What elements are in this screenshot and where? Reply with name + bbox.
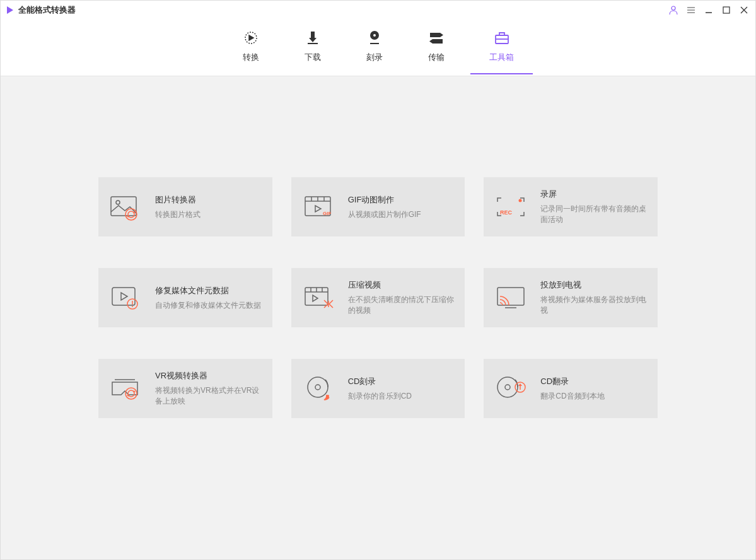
tool-text: VR视频转换器 将视频转换为VR格式并在VR设备上放映 <box>155 370 264 407</box>
tool-cd-rip[interactable]: CD翻录 翻录CD音频到本地 <box>484 359 658 418</box>
svg-rect-35 <box>112 288 135 305</box>
cd-rip-icon <box>492 373 529 404</box>
tool-text: CD翻录 翻录CD音频到本地 <box>540 376 604 402</box>
svg-marker-10 <box>309 38 317 42</box>
screen-record-icon: REC <box>492 192 529 222</box>
tool-text: 图片转换器 转换图片格式 <box>155 194 201 220</box>
tool-gif-maker[interactable]: GIF GIF动图制作 从视频或图片制作GIF <box>291 177 465 236</box>
titlebar: 全能格式转换器 <box>1 1 755 20</box>
cast-tv-icon <box>492 283 529 313</box>
tools-grid: 图片转换器 转换图片格式 GIF <box>98 177 658 418</box>
tool-desc: 在不损失清晰度的情况下压缩你的视频 <box>348 295 457 316</box>
svg-text:GIF: GIF <box>323 211 331 216</box>
svg-rect-17 <box>433 39 443 44</box>
image-converter-icon <box>107 192 144 222</box>
tool-desc: 记录同一时间所有带有音频的桌面活动 <box>540 204 649 225</box>
tool-desc: 将视频作为媒体服务器投放到电视 <box>540 295 649 316</box>
app-title: 全能格式转换器 <box>18 4 76 16</box>
tool-title: 修复媒体文件元数据 <box>155 285 261 296</box>
svg-rect-21 <box>111 197 136 216</box>
toolbox-icon <box>493 29 511 47</box>
tool-title: CD翻录 <box>540 376 604 387</box>
tool-desc: 转换图片格式 <box>155 209 201 220</box>
tab-transfer[interactable]: 传输 <box>427 29 445 74</box>
tool-text: 录屏 记录同一时间所有带有音频的桌面活动 <box>540 189 649 225</box>
tab-download[interactable]: 下载 <box>304 29 322 74</box>
app-window: 全能格式转换器 <box>0 0 756 560</box>
svg-point-56 <box>497 377 518 397</box>
tool-title: 投放到电视 <box>540 279 649 291</box>
nav-tabs: 转换 下载 刻录 <box>1 20 755 76</box>
tab-label: 转换 <box>243 52 259 63</box>
tab-toolbox[interactable]: 工具箱 <box>489 29 514 74</box>
cd-burn-icon <box>300 373 337 404</box>
svg-point-57 <box>505 385 510 390</box>
svg-point-33 <box>519 199 522 202</box>
tool-text: GIF动图制作 从视频或图片制作GIF <box>348 194 421 220</box>
svg-point-13 <box>373 34 376 37</box>
tool-title: 录屏 <box>540 189 649 200</box>
tab-label: 传输 <box>428 52 445 63</box>
maximize-button[interactable] <box>721 5 731 15</box>
svg-rect-11 <box>308 43 318 44</box>
svg-point-55 <box>327 395 329 397</box>
svg-text:REC: REC <box>500 209 513 216</box>
burn-icon <box>366 29 383 47</box>
svg-point-22 <box>116 201 120 204</box>
tool-screen-record[interactable]: REC 录屏 记录同一时间所有带有音频的桌面活动 <box>484 177 658 236</box>
tab-convert[interactable]: 转换 <box>242 29 260 74</box>
svg-marker-31 <box>315 206 321 212</box>
svg-rect-15 <box>430 33 440 37</box>
tool-desc: 从视频或图片制作GIF <box>348 209 421 220</box>
tool-text: 压缩视频 在不损失清晰度的情况下压缩你的视频 <box>348 279 457 316</box>
tool-title: CD刻录 <box>348 376 412 387</box>
fix-metadata-icon <box>107 283 144 313</box>
tool-fix-metadata[interactable]: 修复媒体文件元数据 自动修复和修改媒体文件元数据 <box>98 268 272 327</box>
tool-image-converter[interactable]: 图片转换器 转换图片格式 <box>98 177 272 236</box>
tool-text: CD刻录 刻录你的音乐到CD <box>348 376 412 402</box>
titlebar-right <box>668 5 749 15</box>
tool-desc: 翻录CD音频到本地 <box>540 391 604 402</box>
tool-text: 投放到电视 将视频作为媒体服务器投放到电视 <box>540 279 649 316</box>
gif-maker-icon: GIF <box>300 192 337 222</box>
app-logo-icon <box>7 6 13 14</box>
download-icon <box>304 29 322 47</box>
tool-text: 修复媒体文件元数据 自动修复和修改媒体文件元数据 <box>155 285 261 311</box>
tool-vr-converter[interactable]: VR视频转换器 将视频转换为VR格式并在VR设备上放映 <box>98 359 272 418</box>
svg-marker-36 <box>121 293 127 300</box>
tool-cd-burn[interactable]: CD刻录 刻录你的音乐到CD <box>291 359 465 418</box>
titlebar-left: 全能格式转换器 <box>7 4 668 16</box>
content-area: 图片转换器 转换图片格式 GIF <box>1 76 755 559</box>
svg-marker-18 <box>429 39 433 44</box>
tool-cast-tv[interactable]: 投放到电视 将视频作为媒体服务器投放到电视 <box>484 268 658 327</box>
tool-title: VR视频转换器 <box>155 370 264 382</box>
tool-title: GIF动图制作 <box>348 194 421 206</box>
svg-rect-9 <box>311 32 315 38</box>
svg-rect-5 <box>723 7 730 13</box>
tab-label: 刻录 <box>366 52 383 63</box>
tool-title: 图片转换器 <box>155 194 201 206</box>
user-icon[interactable] <box>668 5 678 15</box>
tool-title: 压缩视频 <box>348 279 457 291</box>
tool-desc: 将视频转换为VR格式并在VR设备上放映 <box>155 385 264 407</box>
close-button[interactable] <box>739 5 749 15</box>
svg-rect-14 <box>370 43 379 44</box>
minimize-button[interactable] <box>704 5 714 15</box>
svg-point-53 <box>308 377 328 397</box>
svg-point-54 <box>315 385 320 390</box>
svg-marker-45 <box>313 295 318 301</box>
convert-icon <box>242 29 260 47</box>
compress-video-icon <box>300 283 337 313</box>
svg-marker-16 <box>440 33 443 37</box>
tool-desc: 自动修复和修改媒体文件元数据 <box>155 300 261 311</box>
svg-marker-60 <box>518 383 522 386</box>
transfer-icon <box>427 29 445 47</box>
tab-burn[interactable]: 刻录 <box>366 29 383 74</box>
tool-desc: 刻录你的音乐到CD <box>348 391 412 402</box>
svg-point-23 <box>125 209 137 220</box>
tool-compress-video[interactable]: 压缩视频 在不损失清晰度的情况下压缩你的视频 <box>291 268 465 327</box>
tab-label: 工具箱 <box>489 52 514 63</box>
vr-converter-icon <box>107 373 144 404</box>
menu-icon[interactable] <box>686 5 696 15</box>
tab-label: 下载 <box>305 52 321 63</box>
